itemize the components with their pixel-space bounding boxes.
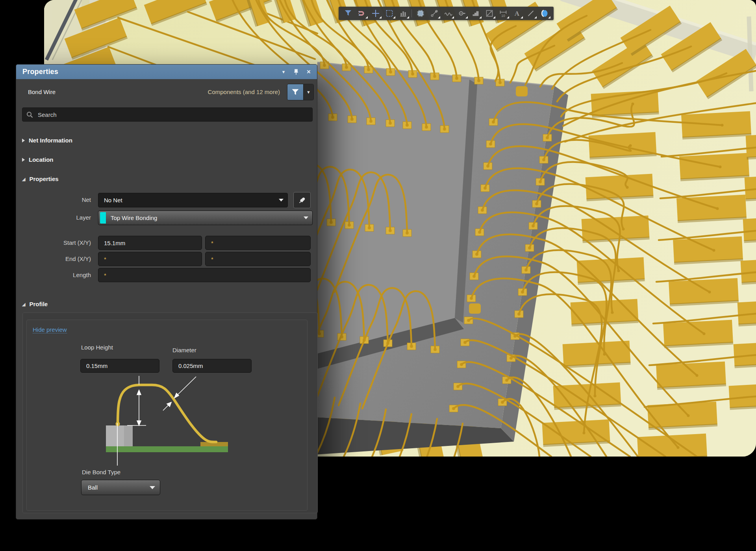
- fiducial-pad: [516, 86, 528, 96]
- bond-wire-preview-diagram: [71, 374, 260, 467]
- preview-substrate: [106, 446, 228, 452]
- tool-route-icon[interactable]: [427, 7, 441, 19]
- filter-dropdown-arrow[interactable]: ▼: [303, 84, 313, 100]
- tool-magnet-icon[interactable]: [355, 7, 369, 19]
- tool-measure-line-icon[interactable]: [482, 7, 496, 19]
- net-eyedropper-button[interactable]: [293, 192, 311, 208]
- bond-finger-pad: [746, 132, 756, 160]
- end-label: End (X/Y): [40, 255, 91, 262]
- toolbar-separator: [411, 9, 412, 17]
- tool-chip-icon[interactable]: [413, 7, 427, 19]
- tool-filter-icon[interactable]: [341, 7, 355, 19]
- tool-selection-box-icon[interactable]: [382, 7, 396, 19]
- net-label: Net: [40, 196, 91, 203]
- pin-icon[interactable]: [293, 68, 300, 76]
- die-bond-type-dropdown[interactable]: Ball: [81, 480, 160, 495]
- layer-dropdown[interactable]: Top Wire Bonding: [98, 211, 313, 225]
- view-toolbar: 10A: [339, 7, 554, 20]
- bond-finger-pad: [669, 278, 739, 306]
- chevron-down-icon: [304, 216, 308, 219]
- section-label: Properties: [29, 176, 58, 182]
- bond-finger-pad: [679, 153, 749, 181]
- search-input[interactable]: [37, 111, 308, 118]
- section-location[interactable]: Location: [22, 156, 54, 163]
- selection-scope-label: Components (and 12 more): [208, 89, 280, 95]
- bond-finger-pad: [745, 174, 756, 202]
- net-dropdown[interactable]: No Net: [98, 193, 288, 207]
- eyedropper-icon: [298, 196, 306, 204]
- start-y-field[interactable]: [205, 236, 311, 250]
- bond-finger-pad: [734, 341, 756, 368]
- die-bond-type-label: Die Bond Type: [82, 469, 120, 475]
- diameter-label: Diameter: [172, 347, 196, 353]
- section-label: Profile: [29, 301, 48, 307]
- start-x-field[interactable]: [98, 236, 202, 250]
- tool-line-icon[interactable]: [524, 7, 537, 19]
- svg-text:10: 10: [501, 14, 505, 18]
- filter-split-button[interactable]: ▼: [287, 84, 314, 100]
- die-bond-type-value: Ball: [88, 484, 98, 491]
- bond-finger-pad: [663, 320, 733, 348]
- length-field[interactable]: [98, 268, 311, 282]
- section-profile[interactable]: ◢ Profile: [22, 301, 48, 307]
- chevron-down-icon: [150, 486, 155, 489]
- tool-text-icon[interactable]: A: [510, 7, 524, 19]
- properties-panel: Properties ▾ ✕ Bond Wire Components (and…: [16, 64, 317, 520]
- section-net-information[interactable]: Net Information: [22, 137, 72, 144]
- layer-color-swatch: [100, 212, 106, 224]
- end-y-field[interactable]: [205, 252, 311, 266]
- panel-header: Properties ▾ ✕: [16, 65, 317, 79]
- filter-icon[interactable]: [287, 84, 303, 100]
- end-x-field[interactable]: [98, 252, 202, 266]
- layer-label: Layer: [40, 214, 91, 221]
- loop-height-label: Loop Height: [81, 344, 113, 351]
- bond-finger-pad: [656, 361, 726, 390]
- start-label: Start (X/Y): [40, 239, 91, 246]
- object-type-label: Bond Wire: [28, 89, 56, 95]
- fiducial-pad: [469, 303, 481, 314]
- loop-height-dimension: [127, 376, 146, 425]
- bond-finger-pad: [741, 257, 756, 285]
- tool-wave-icon[interactable]: [441, 7, 455, 19]
- tool-via-icon[interactable]: [455, 7, 469, 19]
- tool-crosshair-icon[interactable]: [369, 7, 382, 19]
- panel-dropdown-icon[interactable]: ▾: [280, 68, 287, 76]
- close-icon[interactable]: ✕: [305, 68, 312, 76]
- chevron-right-icon: [22, 158, 25, 162]
- chevron-expanded-icon: ◢: [22, 302, 25, 306]
- chevron-right-icon: [22, 139, 25, 142]
- diameter-field[interactable]: [172, 359, 252, 373]
- search-box[interactable]: [22, 107, 313, 122]
- section-properties[interactable]: ◢ Properties: [22, 176, 59, 182]
- section-label: Location: [29, 156, 54, 163]
- tool-columns-icon[interactable]: [396, 7, 410, 19]
- chevron-down-icon: [279, 199, 284, 202]
- bond-finger-pad: [743, 216, 756, 243]
- panel-title: Properties: [22, 68, 58, 76]
- bond-finger-pad: [737, 299, 756, 327]
- net-value: No Net: [104, 197, 122, 203]
- application-window: 10A Properties ▾ ✕ Bond Wire Components …: [0, 0, 756, 551]
- loop-height-field[interactable]: [80, 359, 159, 373]
- layer-value: Top Wire Bonding: [111, 214, 157, 221]
- hide-preview-link[interactable]: Hide preview: [33, 326, 67, 333]
- tool-ellipse-icon[interactable]: [537, 7, 551, 19]
- section-label: Net Information: [29, 137, 72, 144]
- search-icon: [26, 111, 33, 118]
- bond-finger-pad: [673, 236, 743, 264]
- bond-finger-pad: [542, 420, 610, 447]
- chevron-expanded-icon: ◢: [22, 177, 25, 181]
- length-label: Length: [40, 272, 91, 278]
- svg-text:A: A: [514, 10, 519, 17]
- tool-steps-icon[interactable]: [469, 7, 482, 19]
- tool-dimension-icon[interactable]: 10: [496, 7, 510, 19]
